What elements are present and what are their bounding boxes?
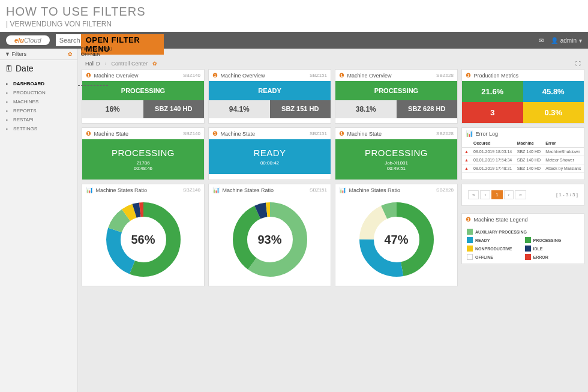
legend-swatch [525,254,531,260]
metric-cell: 45.8% [523,81,584,102]
clock-icon: ❶ [466,72,471,79]
legend-swatch [467,246,473,252]
legend-item: ERROR [525,254,580,260]
pager-next[interactable]: › [504,190,514,199]
nav-icon: • [6,81,11,86]
chevron-down-icon: ▾ [579,37,582,44]
legend-item: IDLE [525,246,580,252]
legend-item: PROCESSING [525,237,580,243]
metric-cell: 3 [462,102,523,123]
card-header: 📊 Machine States RatioSBZ151 [209,184,331,196]
donut-pct: 47% [384,233,408,247]
status-badge: PROCESSING [335,81,457,100]
page-title: HOW TO USE FILTERS | VERWENDUNG VON FILT… [0,0,588,28]
error-table: OccuredMachineError▲08.01.2019 18:03:14S… [462,139,584,173]
table-row[interactable]: ▲08.01.2019 17:48:21SBZ 140 HDAttack by … [462,164,584,173]
nav-item-machines[interactable]: •MACHINES [0,97,77,106]
user-menu[interactable]: 👤 admin ▾ [551,37,582,44]
breadcrumb: Hall D › Controll Center ✿ ⛶ [82,52,584,69]
card-header: ❶ Machine StateSBZ628 [335,128,457,139]
crumb-hall[interactable]: Hall D [85,61,100,67]
legend-swatch [467,254,473,260]
chart-icon: 📊 [339,187,346,193]
production-metrics-card: ❶ Production Metrics21.6%45.8%30.3% [461,69,584,124]
calendar-icon: 🗓 [5,64,13,73]
nav-item-dashboard[interactable]: •DASHBOARD [0,79,77,88]
right-column: «‹1›»[ 1 - 3 / 3 ]❶ Machine State Legend… [461,184,584,286]
title-main: HOW TO USE FILTERS [6,5,582,19]
warning-icon: ▲ [462,164,471,173]
nav-list: •DASHBOARD•PRODUCTION•MACHINES•REPORTS•R… [0,77,77,136]
info-icon: ❶ [212,130,218,137]
nav-item-settings[interactable]: •SETTINGS [0,124,77,133]
legend-swatch [525,237,531,243]
metric-cell: 21.6% [462,81,523,102]
machine-state-card: ❶ Machine StateSBZ140PROCESSING2178600:4… [82,127,205,180]
pager-last[interactable]: » [515,190,526,199]
donut-chart: 47% [335,196,457,286]
table-row[interactable]: ▲08.01.2019 17:54:34SBZ 140 HDMeteor Sho… [462,156,584,164]
expand-icon[interactable]: ⛶ [575,61,581,67]
main-content: Hall D › Controll Center ✿ ⛶ ❶ Machine O… [78,49,588,392]
status-badge: READY [209,81,331,100]
machine-overview-card: ❶ Machine OverviewSBZ628PROCESSING38.1%S… [335,69,458,124]
pager-prev[interactable]: ‹ [480,190,490,199]
ratio-card: 📊 Machine States RatioSBZ62847% [335,184,458,286]
state-body: PROCESSING2178600:48:46 [82,139,204,179]
logo[interactable]: eluCloud [6,35,50,45]
overview-pct: 38.1% [335,100,397,118]
info-icon: ❶ [339,130,344,137]
filters-toggle[interactable]: ▼ Filters ✿ [0,49,77,60]
donut-chart: 93% [209,196,331,286]
legend-swatch [525,246,531,252]
legend-item: NONPRODUCTIVE [467,246,521,252]
legend-item: READY [467,237,521,243]
crumb-cc[interactable]: Controll Center [112,61,148,67]
sidebar: ▼ Filters ✿ 🗓 Date •DASHBOARD•PRODUCTION… [0,49,78,392]
donut-pct: 56% [131,233,155,247]
warning-icon: ▲ [462,148,471,156]
date-header[interactable]: 🗓 Date [0,60,77,77]
chart-icon: 📊 [212,187,220,193]
pager-info: [ 1 - 3 / 3 ] [556,192,578,198]
ratio-card: 📊 Machine States RatioSBZ14056% [82,184,205,286]
state-body: PROCESSINGJob-X100100:49:51 [335,139,457,179]
table-row[interactable]: ▲08.01.2019 18:03:14SBZ 140 HDMachineShu… [462,148,584,156]
overview-pct: 16% [82,100,143,118]
pager-page[interactable]: 1 [491,190,502,199]
status-badge: PROCESSING [82,81,204,100]
chevron-right-icon: › [105,61,107,67]
card-header: ❶ Production Metrics [462,70,584,81]
nav-icon: • [6,99,11,104]
pager-first[interactable]: « [468,190,479,199]
chart-icon: 📊 [466,130,473,137]
gear-icon[interactable]: ✿ [152,61,157,67]
machine-state-card: ❶ Machine StateSBZ628PROCESSINGJob-X1001… [335,127,458,180]
overview-pct: 94.1% [209,100,270,118]
filter-icon: ▼ Filters [5,51,26,57]
nav-item-reports[interactable]: •REPORTS [0,106,77,115]
donut-pct: 93% [257,233,281,247]
info-icon: ❶ [212,72,218,79]
machine-state-card: ❶ Machine StateSBZ151READY00:00:42 [208,127,331,180]
title-sub: | VERWENDUNG VON FILTERN [6,20,582,28]
card-header: ❶ Machine StateSBZ140 [82,128,204,139]
card-header: ❶ Machine OverviewSBZ151 [209,70,331,81]
card-header: ❶ Machine StateSBZ151 [209,128,331,139]
messages-icon[interactable]: ✉ [539,37,544,44]
info-icon: ❶ [86,72,91,79]
state-body: READY00:00:42 [209,139,331,174]
nav-icon: • [6,108,11,113]
nav-item-production[interactable]: •PRODUCTION [0,88,77,97]
gear-icon[interactable]: ✿ [68,51,73,57]
overview-machine: SBZ 140 HD [143,100,205,118]
error-log-card: 📊 Error LogOccuredMachineError▲08.01.201… [461,127,584,180]
machine-overview-card: ❶ Machine OverviewSBZ140PROCESSING16%SBZ… [82,69,205,124]
legend-swatch [467,229,473,235]
pager-card: «‹1›»[ 1 - 3 / 3 ] [461,184,584,206]
search-container: OPEN FILTER MENU FILTER MENÜÖFFNEN [56,34,164,46]
card-header: 📊 Error Log [462,128,584,139]
nav-item-restapi[interactable]: •RESTAPI [0,115,77,124]
user-icon: 👤 [551,37,558,44]
metric-cell: 0.3% [523,102,584,123]
